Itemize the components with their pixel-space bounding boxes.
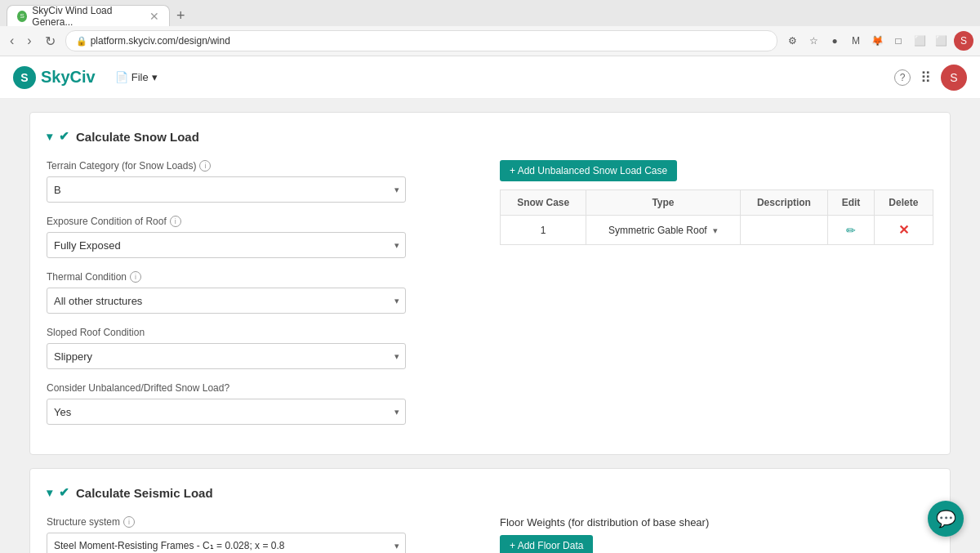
structure-info-icon[interactable]: i	[123, 516, 135, 528]
browser-action-5[interactable]: ⬜	[911, 33, 928, 49]
snow-checkbox-icon[interactable]: ✔	[59, 129, 69, 144]
help-btn[interactable]: ?	[894, 69, 911, 86]
logo-text: SkyCiv	[41, 68, 96, 87]
browser-action-6[interactable]: ⬜	[933, 33, 949, 49]
exposure-info-icon[interactable]: i	[170, 216, 181, 227]
terrain-select[interactable]: B A C D	[47, 176, 406, 203]
seismic-right-col: Floor Weights (for distribution of base …	[500, 516, 933, 553]
browser-action-1[interactable]: ●	[826, 33, 843, 49]
snow-collapse-icon[interactable]: ▾	[47, 130, 52, 143]
browser-action-2[interactable]: M	[848, 33, 864, 49]
tab-favicon: S	[17, 11, 27, 22]
sloped-label: Sloped Roof Condition	[47, 327, 406, 338]
exposure-select-wrapper: Fully Exposed Partially Exposed Sheltere…	[47, 232, 406, 258]
thermal-field: Thermal Condition i All other structures…	[47, 271, 406, 314]
seismic-collapse-icon[interactable]: ▾	[47, 486, 52, 499]
terrain-field: Terrain Category (for Snow Loads) i B A …	[47, 160, 406, 203]
structure-select[interactable]: Steel Moment-Resisting Frames - C₁ = 0.0…	[47, 533, 406, 553]
terrain-select-wrapper: B A C D ▾	[47, 176, 406, 203]
nav-forward-btn[interactable]: ›	[24, 32, 34, 50]
main-content: ▾ ✔ Calculate Snow Load Terrain Category…	[16, 99, 964, 553]
thermal-info-icon[interactable]: i	[130, 271, 141, 283]
snow-type-header: Type	[586, 190, 740, 216]
new-tab-btn[interactable]: +	[170, 7, 192, 25]
snow-right-col: + Add Unbalanced Snow Load Case Snow Cas…	[500, 160, 933, 438]
browser-chrome: S SkyCiv Wind Load Genera... ✕ + ‹ › ↻ 🔒…	[0, 0, 980, 56]
header-right: ? ⠿ S	[894, 65, 967, 91]
snow-table-row: 1 Symmetric Gable Roof ▾ ✏ ✕	[501, 216, 933, 245]
profile-avatar[interactable]: S	[954, 31, 973, 51]
thermal-select[interactable]: All other structures Heated structure Un…	[47, 288, 406, 314]
structure-select-wrapper: Steel Moment-Resisting Frames - C₁ = 0.0…	[47, 533, 406, 553]
header-menu: 📄 File ▾	[109, 68, 164, 87]
snow-delete-btn[interactable]: ✕	[898, 222, 909, 238]
snow-left-col: Terrain Category (for Snow Loads) i B A …	[47, 160, 406, 438]
seismic-left-col: Structure system i Steel Moment-Resistin…	[47, 516, 406, 553]
unbalanced-select-wrapper: Yes No ▾	[47, 399, 406, 425]
active-tab[interactable]: S SkyCiv Wind Load Genera... ✕	[7, 5, 170, 26]
help-icon: ?	[894, 69, 911, 86]
browser-action-3[interactable]: 🦊	[869, 33, 885, 49]
header-profile-avatar[interactable]: S	[941, 65, 967, 91]
apps-btn[interactable]: ⠿	[920, 69, 931, 87]
address-bar: ‹ › ↻ 🔒 platform.skyciv.com/design/wind …	[0, 26, 980, 56]
snow-type-cell: Symmetric Gable Roof ▾	[586, 216, 740, 245]
tab-title: SkyCiv Wind Load Genera...	[32, 5, 141, 28]
terrain-info-icon[interactable]: i	[199, 160, 211, 172]
tab-bar: S SkyCiv Wind Load Genera... ✕ +	[0, 0, 980, 26]
snow-case-cell: 1	[501, 216, 586, 245]
snow-description-cell	[740, 216, 828, 245]
floor-weights-title: Floor Weights (for distribution of base …	[500, 516, 933, 528]
tab-close-btn[interactable]: ✕	[149, 10, 159, 23]
snow-case-header: Snow Case	[501, 190, 586, 216]
add-floor-btn[interactable]: + Add Floor Data	[500, 535, 593, 553]
app-header: S SkyCiv 📄 File ▾ ? ⠿ S	[0, 56, 980, 99]
unbalanced-label: Consider Unbalanced/Drifted Snow Load?	[47, 382, 406, 394]
exposure-field: Exposure Condition of Roof i Fully Expos…	[47, 216, 406, 258]
add-unbalanced-btn[interactable]: + Add Unbalanced Snow Load Case	[500, 160, 677, 181]
file-icon: 📄	[115, 71, 128, 83]
snow-two-col: Terrain Category (for Snow Loads) i B A …	[47, 160, 933, 438]
chat-icon: 💬	[936, 509, 956, 528]
apps-icon: ⠿	[920, 69, 931, 86]
unbalanced-field: Consider Unbalanced/Drifted Snow Load? Y…	[47, 382, 406, 425]
url-text: platform.skyciv.com/design/wind	[91, 35, 230, 47]
browser-action-4[interactable]: □	[890, 33, 906, 49]
nav-back-btn[interactable]: ‹	[7, 32, 17, 50]
sloped-select-wrapper: Slippery Not Slippery ▾	[47, 343, 406, 369]
type-dropdown-icon[interactable]: ▾	[713, 225, 718, 235]
snow-table: Snow Case Type Description Edit Delete 1…	[500, 190, 933, 245]
seismic-two-col: Structure system i Steel Moment-Resistin…	[47, 516, 933, 553]
extensions-btn[interactable]: ⚙	[784, 33, 800, 49]
seismic-section-header: ▾ ✔ Calculate Seismic Load	[47, 485, 933, 500]
terrain-label: Terrain Category (for Snow Loads) i	[47, 160, 406, 172]
snow-edit-header: Edit	[828, 190, 874, 216]
snow-edit-btn[interactable]: ✏	[846, 224, 856, 237]
seismic-section-title: Calculate Seismic Load	[76, 486, 213, 500]
file-chevron-icon: ▾	[152, 71, 158, 83]
exposure-select[interactable]: Fully Exposed Partially Exposed Sheltere…	[47, 232, 406, 258]
lock-icon: 🔒	[76, 36, 87, 47]
snow-delete-cell: ✕	[874, 216, 933, 245]
nav-refresh-btn[interactable]: ↻	[42, 32, 59, 51]
thermal-label: Thermal Condition i	[47, 271, 406, 283]
logo-icon: S	[13, 66, 36, 89]
sloped-select[interactable]: Slippery Not Slippery	[47, 343, 406, 369]
structure-system-label: Structure system i	[47, 516, 406, 528]
address-input[interactable]: 🔒 platform.skyciv.com/design/wind	[65, 30, 777, 51]
seismic-checkbox-icon[interactable]: ✔	[59, 485, 69, 500]
unbalanced-select[interactable]: Yes No	[47, 399, 406, 425]
snow-section-title: Calculate Snow Load	[76, 130, 199, 144]
star-btn[interactable]: ☆	[805, 33, 822, 49]
snow-edit-cell: ✏	[828, 216, 874, 245]
browser-actions: ⚙ ☆ ● M 🦊 □ ⬜ ⬜ S	[784, 31, 973, 51]
snow-section-header: ▾ ✔ Calculate Snow Load	[47, 129, 933, 144]
structure-system-field: Structure system i Steel Moment-Resistin…	[47, 516, 406, 553]
snow-description-header: Description	[740, 190, 828, 216]
exposure-label: Exposure Condition of Roof i	[47, 216, 406, 227]
snow-delete-header: Delete	[874, 190, 933, 216]
seismic-load-section: ▾ ✔ Calculate Seismic Load Structure sys…	[29, 468, 951, 553]
file-menu-btn[interactable]: 📄 File ▾	[109, 68, 164, 87]
app-logo: S SkyCiv	[13, 66, 96, 89]
chat-widget[interactable]: 💬	[928, 501, 964, 537]
